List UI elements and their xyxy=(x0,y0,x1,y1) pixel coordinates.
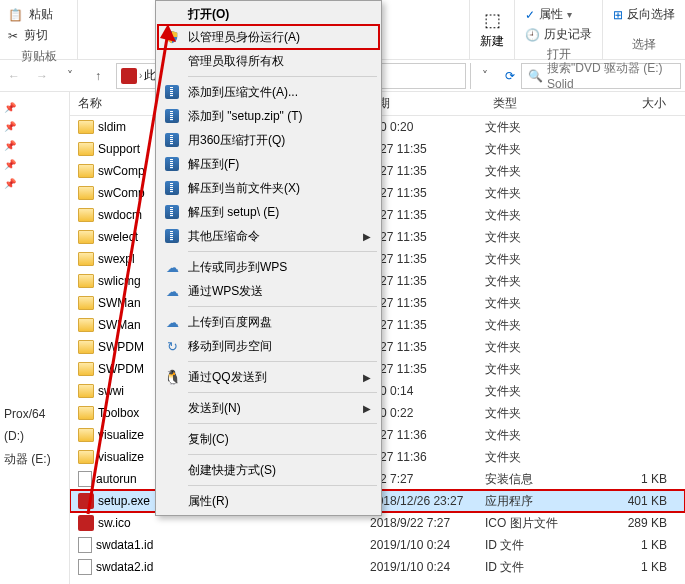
ctx-send-to[interactable]: 发送到(N)▶ xyxy=(158,396,379,420)
file-type: 文件夹 xyxy=(485,185,595,202)
nav-pin-2[interactable]: 📌 xyxy=(2,136,67,155)
open-group: ✓属性▾ 🕘历史记录 打开 xyxy=(514,0,602,59)
ctx-add-setupzip[interactable]: 添加到 "setup.zip" (T) xyxy=(158,104,379,128)
file-date: 2/27 11:35 xyxy=(370,164,485,178)
file-type: 应用程序 xyxy=(485,493,595,510)
invert-select-button[interactable]: ⊞反向选择 xyxy=(613,6,675,23)
new-group: ⬚ 新建 xyxy=(469,0,514,59)
file-name: swComp xyxy=(98,186,145,200)
file-type: 文件夹 xyxy=(485,207,595,224)
properties-button[interactable]: ✓属性▾ xyxy=(525,6,592,23)
file-date: 2/27 11:35 xyxy=(370,296,485,310)
sync-icon: ↻ xyxy=(164,338,180,354)
file-row[interactable]: swdata1.id2019/1/10 0:24ID 文件1 KB xyxy=(70,534,685,556)
file-type: 文件夹 xyxy=(485,383,595,400)
file-type: 文件夹 xyxy=(485,361,595,378)
file-name: SWMan xyxy=(98,296,141,310)
file-type: 文件夹 xyxy=(485,273,595,290)
zip-icon xyxy=(164,204,180,220)
nav-d[interactable]: (D:) xyxy=(2,425,67,447)
nav-up-button[interactable]: ↑ xyxy=(84,62,112,90)
file-name: swwi xyxy=(98,384,124,398)
ctx-properties[interactable]: 属性(R) xyxy=(158,489,379,513)
ctx-other-compress[interactable]: 其他压缩命令▶ xyxy=(158,224,379,248)
nav-recent-button[interactable]: ˅ xyxy=(56,62,84,90)
file-name: Toolbox xyxy=(98,406,139,420)
nav-back-button[interactable]: ← xyxy=(0,62,28,90)
ctx-extract-to[interactable]: 解压到(F) xyxy=(158,152,379,176)
col-type[interactable]: 类型 xyxy=(485,95,595,112)
ctx-shortcut[interactable]: 创建快捷方式(S) xyxy=(158,458,379,482)
file-name: swelect xyxy=(98,230,138,244)
folder-icon xyxy=(78,340,94,354)
file-size: 289 KB xyxy=(595,516,675,530)
zip-icon xyxy=(164,132,180,148)
file-name: SWPDM xyxy=(98,340,144,354)
ctx-wps-send[interactable]: ☁通过WPS发送 xyxy=(158,279,379,303)
folder-icon xyxy=(78,362,94,376)
zip-icon xyxy=(164,180,180,196)
nav-pin-3[interactable]: 📌 xyxy=(2,155,67,174)
folder-icon xyxy=(78,318,94,332)
nav-e[interactable]: 动器 (E:) xyxy=(2,447,67,472)
ctx-wps-upload[interactable]: ☁上传或同步到WPS xyxy=(158,255,379,279)
ctx-admin-ownership[interactable]: 管理员取得所有权 xyxy=(158,49,379,73)
file-type: 文件夹 xyxy=(485,405,595,422)
ctx-open[interactable]: 打开(O) xyxy=(158,3,379,25)
new-icon: ⬚ xyxy=(484,9,501,31)
folder-icon xyxy=(78,164,94,178)
ctx-extract-here[interactable]: 解压到当前文件夹(X) xyxy=(158,176,379,200)
ctx-360-open[interactable]: 用360压缩打开(Q) xyxy=(158,128,379,152)
ctx-baidu-upload[interactable]: ☁上传到百度网盘 xyxy=(158,310,379,334)
new-label[interactable]: 新建 xyxy=(480,33,504,50)
zip-icon xyxy=(164,84,180,100)
file-type: 文件夹 xyxy=(485,229,595,246)
nav-pin-4[interactable]: 📌 xyxy=(2,174,67,193)
addr-dropdown-button[interactable]: ˅ xyxy=(471,62,499,90)
nav-pin-1[interactable]: 📌 xyxy=(2,117,67,136)
col-size[interactable]: 大小 xyxy=(595,95,675,112)
zip-icon xyxy=(164,156,180,172)
file-name: sw.ico xyxy=(98,516,131,530)
file-size: 1 KB xyxy=(595,538,675,552)
file-date: /10 0:14 xyxy=(370,384,485,398)
nav-prox[interactable]: Prox/64 xyxy=(2,403,67,425)
file-type: ID 文件 xyxy=(485,537,595,554)
ctx-copy[interactable]: 复制(C) xyxy=(158,427,379,451)
refresh-button[interactable]: ⟳ xyxy=(499,69,521,83)
select-group: ⊞反向选择 选择 xyxy=(602,0,685,59)
folder-icon xyxy=(78,208,94,222)
ctx-qq-send[interactable]: 🐧通过QQ发送到▶ xyxy=(158,365,379,389)
file-type: 文件夹 xyxy=(485,119,595,136)
zip-icon xyxy=(164,108,180,124)
select-label: 选择 xyxy=(613,36,675,53)
ctx-extract-setup[interactable]: 解压到 setup\ (E) xyxy=(158,200,379,224)
ctx-run-as-admin[interactable]: 以管理员身份运行(A) xyxy=(158,25,379,49)
ctx-add-archive[interactable]: 添加到压缩文件(A)... xyxy=(158,80,379,104)
nav-forward-button[interactable]: → xyxy=(28,62,56,90)
file-icon xyxy=(78,559,92,575)
file-date: 2/27 11:36 xyxy=(370,428,485,442)
folder-icon xyxy=(78,120,94,134)
file-type: 安装信息 xyxy=(485,471,595,488)
file-date: 2019/1/10 0:24 xyxy=(370,560,485,574)
cloud-icon: ☁ xyxy=(164,314,180,330)
file-name: SWMan xyxy=(98,318,141,332)
qq-icon: 🐧 xyxy=(164,369,180,385)
exe-icon xyxy=(78,493,94,509)
file-name: swComp xyxy=(98,164,145,178)
cloud-icon: ☁ xyxy=(164,259,180,275)
file-date: 2/27 11:35 xyxy=(370,230,485,244)
history-button[interactable]: 🕘历史记录 xyxy=(525,26,592,43)
ctx-move-sync[interactable]: ↻移动到同步空间 xyxy=(158,334,379,358)
file-row[interactable]: swdata2.id2019/1/10 0:24ID 文件1 KB xyxy=(70,556,685,578)
paste-button[interactable]: 📋粘贴 xyxy=(8,4,69,25)
file-name: visualize xyxy=(98,450,144,464)
nav-quickaccess[interactable]: 📌 xyxy=(2,98,67,117)
file-type: 文件夹 xyxy=(485,141,595,158)
col-date[interactable]: 期 xyxy=(370,95,485,112)
search-input[interactable]: 🔍 搜索"DVD 驱动器 (E:) Solid xyxy=(521,63,681,89)
file-type: 文件夹 xyxy=(485,251,595,268)
file-date: /10 0:20 xyxy=(370,120,485,134)
cut-button[interactable]: ✂剪切 xyxy=(8,25,69,46)
